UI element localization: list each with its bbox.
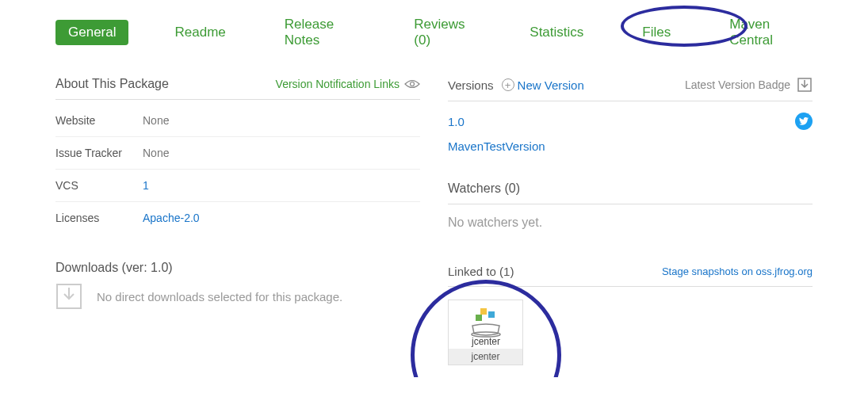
new-version-label: New Version [518, 78, 584, 92]
tab-files[interactable]: Files [629, 20, 683, 45]
version-row-1: 1.0 [448, 101, 813, 135]
svg-rect-3 [480, 308, 487, 315]
linked-title: Linked to (1) [448, 265, 514, 278]
tab-readme[interactable]: Readme [162, 20, 238, 45]
row-website: Website None [55, 105, 420, 137]
linked-header: Linked to (1) Stage snapshots on oss.jfr… [448, 241, 813, 287]
version-link-2[interactable]: MavenTestVersion [448, 139, 545, 153]
website-label: Website [55, 114, 143, 127]
downloads-empty-row: No direct downloads selected for this pa… [55, 283, 420, 310]
new-version-link[interactable]: + New Version [502, 78, 584, 92]
tabs-bar: General Readme Release Notes Reviews (0)… [55, 12, 813, 53]
tab-release-notes[interactable]: Release Notes [272, 12, 369, 53]
versions-header: Versions + New Version Latest Version Ba… [448, 77, 813, 101]
website-value: None [143, 114, 169, 127]
jcenter-label: jcenter [449, 349, 522, 365]
issue-label: Issue Tracker [55, 147, 143, 159]
svg-text:jcenter: jcenter [470, 336, 499, 347]
about-header: About This Package Version Notification … [55, 77, 420, 100]
jcenter-card[interactable]: jcenter jcenter [448, 300, 523, 365]
versions-title: Versions [448, 78, 494, 92]
row-issue-tracker: Issue Tracker None [55, 137, 420, 170]
tab-maven-central[interactable]: Maven Central [717, 12, 813, 53]
watchers-empty-text: No watchers yet. [448, 204, 813, 241]
svg-rect-4 [488, 311, 495, 318]
eye-icon [404, 79, 420, 89]
stage-snapshots-link[interactable]: Stage snapshots on oss.jfrog.org [662, 265, 813, 277]
left-column: About This Package Version Notification … [55, 77, 420, 365]
tab-reviews[interactable]: Reviews (0) [401, 12, 484, 53]
about-title: About This Package [55, 77, 169, 91]
twitter-icon[interactable] [795, 113, 813, 130]
version-row-2: MavenTestVersion [448, 135, 813, 158]
tab-statistics[interactable]: Statistics [517, 20, 596, 45]
badge-link-label: Latest Version Badge [685, 78, 790, 91]
jcenter-logo: jcenter [449, 305, 522, 349]
version-link-1[interactable]: 1.0 [448, 115, 465, 128]
right-column: Versions + New Version Latest Version Ba… [448, 77, 813, 365]
plus-icon: + [502, 78, 514, 91]
version-notification-links[interactable]: Version Notification Links [276, 78, 420, 90]
vcs-value[interactable]: 1 [143, 179, 149, 192]
download-icon [55, 283, 82, 310]
licenses-label: Licenses [55, 212, 143, 224]
downloads-heading: Downloads (ver: 1.0) [55, 261, 420, 275]
latest-version-badge-link[interactable]: Latest Version Badge [685, 77, 813, 93]
row-vcs: VCS 1 [55, 170, 420, 202]
issue-value: None [143, 147, 169, 159]
licenses-value[interactable]: Apache-2.0 [143, 212, 200, 224]
tab-general[interactable]: General [55, 20, 128, 45]
row-licenses: Licenses Apache-2.0 [55, 202, 420, 234]
downloads-empty-text: No direct downloads selected for this pa… [97, 290, 342, 303]
download-badge-icon [797, 77, 813, 93]
notif-link-label: Version Notification Links [276, 78, 400, 90]
vcs-label: VCS [55, 179, 143, 192]
svg-point-0 [411, 82, 415, 86]
watchers-heading: Watchers (0) [448, 158, 813, 204]
svg-rect-5 [476, 315, 482, 321]
